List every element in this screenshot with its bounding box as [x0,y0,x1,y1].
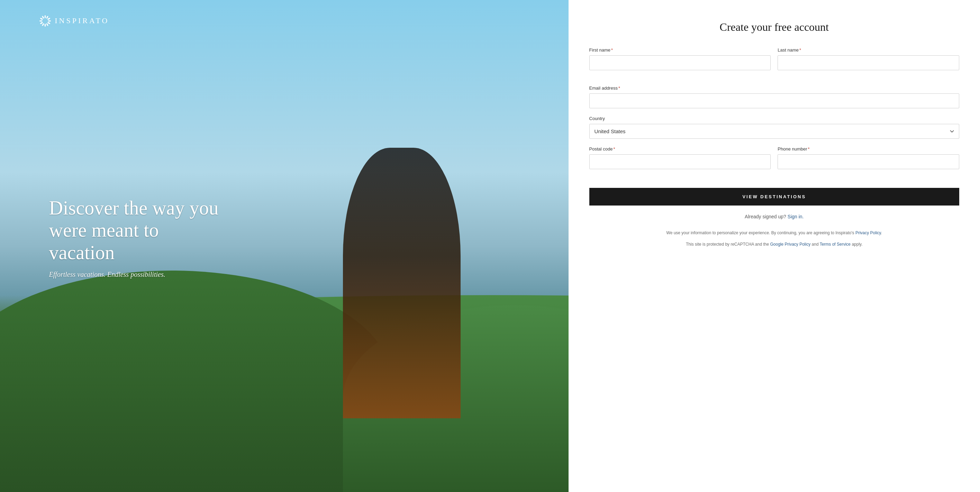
svg-point-8 [40,22,43,24]
svg-point-2 [48,17,51,20]
people-silhouette [343,148,461,418]
phone-label: Phone number* [778,146,959,151]
svg-point-5 [46,23,48,26]
first-name-input[interactable] [589,55,771,70]
svg-point-4 [48,22,51,24]
hero-subheadline: Effortless vacations. Endless possibilit… [49,271,229,279]
view-destinations-button[interactable]: VIEW DESTINATIONS [589,188,959,205]
signup-form-panel: Create your free account First name* Las… [568,0,980,492]
required-star: * [799,48,801,53]
recaptcha-suffix: apply. [852,242,862,247]
hero-headline: Discover the way you were meant to vacat… [49,197,229,264]
postal-code-label: Postal code* [589,146,771,151]
phone-group: Phone number* [778,146,959,169]
inspirato-leaf-icon [39,15,51,27]
recaptcha-and: and [812,242,819,247]
brand-name: INSPIRATO [55,16,109,25]
recaptcha-notice: This site is protected by reCAPTCHA and … [589,241,959,248]
first-name-label: First name* [589,48,771,53]
required-star: * [808,146,810,151]
first-name-group: First name* [589,48,771,70]
svg-point-1 [46,16,48,19]
svg-point-0 [45,15,46,18]
email-input[interactable] [589,94,959,108]
postal-code-group: Postal code* [589,146,771,169]
email-label: Email address* [589,86,959,91]
required-star: * [618,86,620,91]
postal-phone-row: Postal code* Phone number* [589,146,959,177]
recaptcha-text-content: This site is protected by reCAPTCHA and … [686,242,769,247]
country-label: Country [589,116,959,121]
required-star: * [611,48,613,53]
postal-code-input[interactable] [589,154,771,169]
signin-prompt: Already signed up? Sign in. [589,214,959,219]
last-name-label: Last name* [778,48,959,53]
privacy-notice: We use your information to personalize y… [589,230,959,236]
svg-point-3 [48,20,51,21]
svg-point-9 [40,20,43,21]
signin-link[interactable]: Sign in. [788,214,804,219]
form-title: Create your free account [589,21,959,33]
signin-prompt-text: Already signed up? [745,214,786,219]
svg-point-7 [42,23,44,26]
brand-logo: INSPIRATO [39,15,109,27]
svg-point-11 [42,16,44,19]
terms-of-service-link[interactable]: Terms of Service [820,242,851,247]
name-row: First name* Last name* [589,48,959,78]
svg-point-6 [45,24,46,27]
email-group: Email address* [589,86,959,108]
phone-input[interactable] [778,154,959,169]
hero-section: Discover the way you were meant to vacat… [49,197,229,279]
last-name-group: Last name* [778,48,959,70]
last-name-input[interactable] [778,55,959,70]
country-group: Country United States Canada United King… [589,116,959,139]
privacy-policy-link[interactable]: Privacy Policy [856,231,881,235]
privacy-text-content: We use your information to personalize y… [667,231,854,235]
google-privacy-link[interactable]: Google Privacy Policy [770,242,810,247]
svg-point-10 [40,17,43,20]
required-star: * [614,146,615,151]
country-select[interactable]: United States Canada United Kingdom Aust… [589,124,959,139]
